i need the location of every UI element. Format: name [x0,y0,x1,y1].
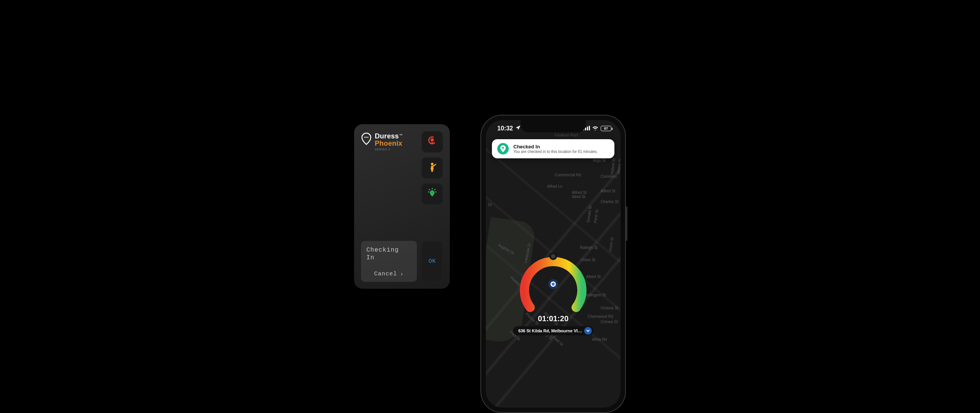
cancel-label: Cancel [374,271,397,277]
street-label: Athol St [572,195,585,199]
emergency-button[interactable] [421,131,443,153]
phone-frame: 10:32 [480,115,626,413]
banner-subtitle: You are checked in to this location for … [513,150,598,154]
svg-point-2 [368,137,369,138]
location-arrow-icon [515,125,521,132]
street-label: Union St [608,237,614,252]
cancel-button[interactable]: Cancel › [366,271,412,277]
street-label: Octavia St [601,306,618,310]
street-label: Argo St [593,158,606,163]
svg-point-6 [431,192,433,193]
brand-pin-icon [361,133,372,146]
checkin-button[interactable] [421,183,443,205]
status-panel: Checking In Cancel › [361,241,417,282]
svg-line-9 [434,189,435,190]
checkin-banner[interactable]: Checked In You are checked in to this lo… [492,139,614,158]
phone-screen: 10:32 [486,120,621,408]
street-label: Donald St [586,205,592,223]
svg-point-1 [366,137,367,138]
svg-point-5 [431,163,434,166]
street-label: Commercial Rd [555,173,581,177]
duress-device-card: Duress™ Phoenix SERIES 2 [354,124,450,289]
gauge-knob[interactable] [549,252,557,260]
assist-button[interactable] [421,157,443,179]
svg-rect-14 [587,127,588,130]
street-label: Raleigh St [580,246,598,250]
timer-gauge-group: 01:01:20 636 St Kilda Rd, Melbourne VI… [513,250,593,335]
street-label: Commerc [601,174,617,179]
street-label: Hyland St [609,158,616,175]
svg-rect-15 [589,126,590,130]
chevron-down-icon [584,327,592,335]
svg-point-4 [431,138,434,142]
wifi-icon [592,125,598,132]
svg-point-0 [364,137,366,138]
ok-button[interactable]: OK [421,241,443,282]
street-label: Moore St [616,159,621,175]
address-pill[interactable]: 636 St Kilda Rd, Melbourne VI… [513,326,593,335]
svg-point-16 [502,147,504,149]
brand-series: SERIES 2 [375,148,402,151]
address-text: 636 St Kilda Rd, Melbourne VI… [518,328,582,333]
street-label: Alfred St [572,190,586,195]
street-label: Perth St [593,209,599,223]
current-location-dot [550,281,556,287]
headset-person-icon [426,135,438,148]
chevron-right-icon: › [400,271,403,277]
ok-label: OK [428,258,436,265]
street-label: Alfred Ln [547,184,562,189]
phone-side-button [626,206,627,241]
brand-block: Duress™ Phoenix SERIES 2 [361,131,402,236]
banner-title: Checked In [513,144,598,150]
timer-value: 01:01:20 [538,314,568,323]
battery-indicator: 87 [601,126,611,131]
phone-notch [521,120,586,132]
svg-line-8 [429,189,430,190]
street-label: Alma Rd [592,337,607,341]
location-beacon-icon [426,187,438,200]
street-label: Charles St [601,200,619,204]
person-waving-icon [426,161,438,174]
battery-level: 87 [604,127,608,130]
timer-gauge[interactable] [513,250,593,315]
street-label: Alfred St [601,189,615,193]
brand-product: Phoenix [375,140,402,147]
checkin-pin-icon [497,143,509,154]
street-label: Dr [488,203,492,207]
brand-name: Duress [375,132,399,140]
status-title: Checking In [366,246,412,262]
brand-tm: ™ [399,133,402,137]
status-time: 10:32 [497,125,513,132]
svg-rect-13 [585,128,586,130]
street-label: Crimea St [601,320,617,324]
